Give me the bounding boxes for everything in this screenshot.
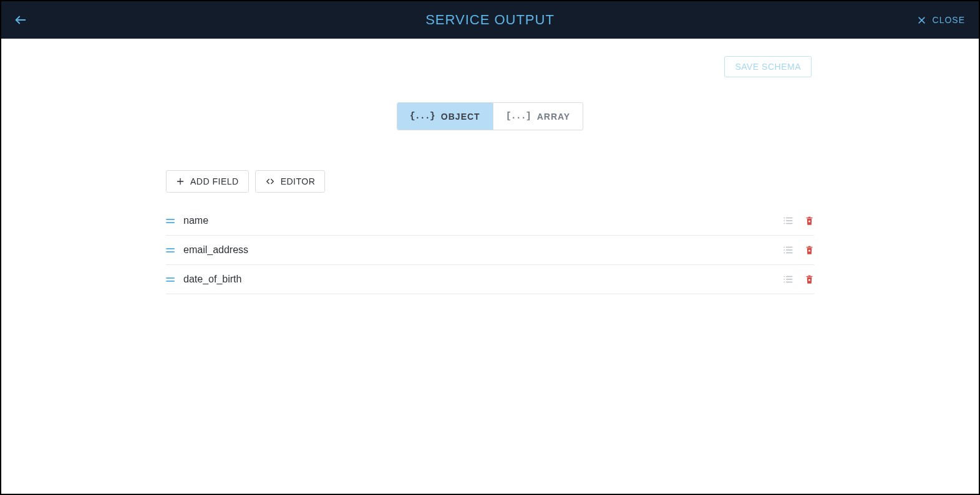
code-icon [265,177,275,186]
toggle-object[interactable]: {...} OBJECT [397,103,493,130]
save-row: SAVE SCHEMA [1,56,979,77]
editor-label: EDITOR [281,176,316,186]
back-button[interactable] [14,13,27,27]
array-symbol: [...] [506,111,531,122]
add-field-button[interactable]: ADD FIELD [166,170,249,193]
arrow-left-icon [14,13,27,27]
field-row: email_address [166,236,814,265]
drag-handle-icon[interactable] [166,248,175,252]
delete-icon[interactable] [805,216,814,226]
type-toggle: {...} OBJECT [...] ARRAY [397,102,583,130]
object-symbol: {...} [410,111,435,122]
toggle-array[interactable]: [...] ARRAY [493,103,583,130]
close-label: CLOSE [933,15,965,25]
list-icon[interactable] [782,244,793,256]
delete-icon[interactable] [805,274,814,285]
type-toggle-row: {...} OBJECT [...] ARRAY [1,102,979,130]
field-actions [782,244,814,256]
field-name[interactable]: name [183,215,782,226]
delete-icon[interactable] [805,245,814,256]
add-field-label: ADD FIELD [190,176,239,186]
drag-handle-icon[interactable] [166,219,175,223]
editor-button[interactable]: EDITOR [255,170,326,193]
plus-icon [176,177,185,186]
header-bar: SERVICE OUTPUT CLOSE [1,1,979,39]
list-icon[interactable] [782,215,793,226]
field-actions [782,274,814,285]
save-schema-button[interactable]: SAVE SCHEMA [724,56,812,77]
page-title: SERVICE OUTPUT [425,12,555,28]
close-button[interactable]: CLOSE [917,15,965,25]
object-label: OBJECT [441,112,480,122]
array-label: ARRAY [537,112,571,122]
drag-handle-icon[interactable] [166,277,175,282]
field-name[interactable]: date_of_birth [183,274,782,285]
close-icon [917,16,926,25]
field-row: name [166,206,814,236]
field-name[interactable]: email_address [183,244,782,256]
field-list: name email_address date_of_birth [166,206,814,294]
field-row: date_of_birth [166,265,814,294]
content-area: SAVE SCHEMA {...} OBJECT [...] ARRAY ADD… [1,39,979,294]
list-icon[interactable] [782,274,793,285]
field-actions [782,215,814,226]
toolbar: ADD FIELD EDITOR [166,170,979,193]
